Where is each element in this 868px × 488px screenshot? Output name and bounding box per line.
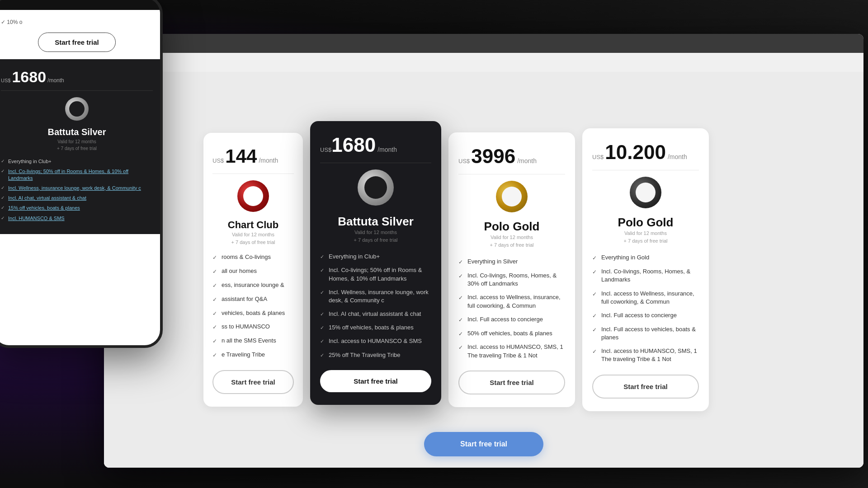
phone-price-row: US$ 1680 /month (1, 68, 153, 86)
phone-feature-5: ✓ 15% off vehicles, boats & planes (1, 205, 153, 211)
feature-item: ✓ ss to HUMANSCO (212, 323, 294, 331)
phone-currency: US$ (1, 78, 10, 83)
feature-item: ✓ 50% off vehicles, boats & planes (458, 329, 565, 338)
price-amount: 144 (225, 145, 257, 167)
phone-plan-validity: Valid for 12 months + 7 days of free tri… (1, 138, 153, 152)
feature-item: ✓ Incl. Full access to concierge (458, 315, 565, 324)
pricing-area: US$ 144 /month Chart Club Valid for 12 m… (104, 72, 863, 468)
phone-feature-2: ✓ Incl. Co-livings; 50% off in Rooms & H… (1, 168, 153, 181)
check-icon: ✓ (212, 268, 217, 276)
currency: US$ (458, 158, 470, 164)
start-trial-button-polo-gold-1[interactable]: Start free trial (458, 371, 565, 394)
phone-top-section: ✓ 10% o Start free trial (0, 10, 160, 59)
plan-name: Chart Club (212, 219, 294, 231)
features-list: ✓ Everything in Silver ✓ Incl. Co-living… (458, 258, 565, 360)
feature-item: ✓ all our homes (212, 267, 294, 276)
check-icon: ✓ (320, 338, 324, 345)
price-period: /month (259, 157, 278, 164)
feature-item: ✓ e Traveling Tribe (212, 351, 294, 359)
check-icon: ✓ (592, 348, 597, 356)
divider (212, 174, 294, 174)
start-trial-button-chart-club[interactable]: Start free trial (212, 370, 294, 394)
plan-badge-gold (496, 181, 528, 212)
browser-window: ✕ US$ 144 /month Chart Club Valid for 12… (104, 34, 863, 468)
check-icon: ✓ (212, 338, 217, 345)
bottom-cta-button[interactable]: Start free trial (424, 432, 543, 456)
check-icon: ✓ (320, 253, 324, 260)
browser-content: US$ 144 /month Chart Club Valid for 12 m… (104, 53, 863, 468)
check-icon: ✓ (458, 258, 463, 266)
feature-item: ✓ Incl. Co-livings, Rooms, Homes, & Land… (592, 267, 699, 284)
check-icon: ✓ (320, 267, 324, 274)
feature-item: ✓ 15% off vehicles, boats & planes (320, 324, 431, 332)
currency: US$ (592, 154, 604, 160)
check-icon: ✓ (458, 272, 463, 280)
plan-name: Polo Gold (592, 216, 699, 230)
plan-badge-silver (358, 169, 394, 206)
check-icon: ✓ (592, 326, 597, 334)
feature-item: ✓ Incl. Full access to vehicles, boats &… (592, 325, 699, 342)
check-icon: ✓ (320, 289, 324, 296)
feature-item: ✓ Everything in Club+ (320, 253, 431, 261)
check-icon: ✓ (320, 311, 324, 318)
plan-validity: Valid for 12 months + 7 days of free tri… (212, 231, 294, 246)
phone-trial-button[interactable]: Start free trial (38, 33, 116, 52)
check-icon: ✓ (1, 185, 5, 191)
phone-amount: 1680 (12, 68, 46, 86)
card-polo-gold-1: US$ 3996 /month Polo Gold Valid for 12 m… (448, 132, 575, 407)
check-icon: ✓ (458, 330, 463, 338)
divider (592, 170, 699, 170)
bottom-cta-area: Start free trial (424, 432, 543, 456)
start-trial-button-silver[interactable]: Start free trial (320, 370, 431, 392)
phone-feature-4: ✓ Incl. AI chat, virtual assistant & cha… (1, 195, 153, 201)
card-chart-club: US$ 144 /month Chart Club Valid for 12 m… (203, 133, 303, 406)
price-period: /month (377, 146, 397, 153)
check-icon: ✓ (592, 268, 597, 276)
phone-divider (1, 90, 153, 91)
browser-titlebar: ✕ (104, 34, 863, 53)
price-display: US$ 10.200 /month (592, 141, 699, 164)
price-period: /month (517, 157, 537, 164)
divider (458, 174, 565, 174)
feature-item: ✓ Incl. Full access to concierge (592, 311, 699, 320)
check-icon: ✓ (1, 195, 5, 201)
features-list: ✓ Everything in Club+ ✓ Incl. Co-livings… (320, 253, 431, 359)
check-icon: ✓ (212, 282, 217, 290)
plan-name: Polo Gold (458, 220, 565, 234)
feature-item: ✓ Incl. access to HUMANSCO & SMS (320, 337, 431, 345)
check-icon: ✓ (320, 352, 324, 359)
check-icon: ✓ (212, 310, 217, 318)
feature-item: ✓ Incl. AI chat, virtual assistant & cha… (320, 310, 431, 318)
feature-item: ✓ Incl. access to Wellness, insurance, f… (592, 290, 699, 306)
phone-feature-3: ✓ Incl. Wellness, insurance lounge, work… (1, 185, 153, 191)
feature-item: ✓ Everything in Silver (458, 258, 565, 266)
features-list: ✓ rooms & Co-livings ✓ all our homes ✓ e… (212, 253, 294, 359)
check-icon: ✓ (1, 168, 5, 174)
price-display: US$ 144 /month (212, 145, 294, 167)
plan-badge-red (237, 180, 269, 212)
card-battuta-silver: US$ 1680 /month Battuta Silver Valid for… (310, 121, 441, 405)
phone-notch (50, 0, 104, 10)
start-trial-button-polo-gold-2[interactable]: Start free trial (592, 375, 699, 399)
plan-validity: Valid for 12 months + 7 days of free tri… (320, 229, 431, 244)
price-display: US$ 1680 /month (320, 134, 431, 156)
phone-feature-1: ✓ Everything in Club+ (1, 158, 153, 164)
plan-validity: Valid for 12 months + 7 days of free tri… (592, 230, 699, 244)
feature-item: ✓ 25% off The Traveling Tribe (320, 351, 431, 359)
plan-name: Battuta Silver (320, 215, 431, 229)
feature-item: ✓ Incl. Co-livings, Rooms, Homes, & 30% … (458, 272, 565, 288)
feature-item: ✓ n all the SMS Events (212, 337, 294, 345)
plan-badge-dark (630, 177, 661, 208)
phone-checkmark-area: ✓ 10% o (1, 19, 153, 25)
feature-item: ✓ assistant for Q&A (212, 295, 294, 304)
check-icon: ✓ (458, 344, 463, 352)
phone-dark-card: US$ 1680 /month Battuta Silver Valid for… (0, 59, 160, 234)
feature-item: ✓ Incl. Co-livings; 50% off in Rooms & H… (320, 266, 431, 282)
price-amount: 10.200 (605, 141, 666, 164)
phone-badge-inner (69, 101, 85, 117)
feature-item: ✓ Incl. access to Wellness, insurance, f… (458, 293, 565, 310)
feature-item: ✓ ess, insurance lounge & (212, 281, 294, 290)
feature-item: ✓ Everything in Gold (592, 253, 699, 262)
check-icon: ✓ (212, 352, 217, 359)
check-icon: ✓ (1, 205, 5, 211)
